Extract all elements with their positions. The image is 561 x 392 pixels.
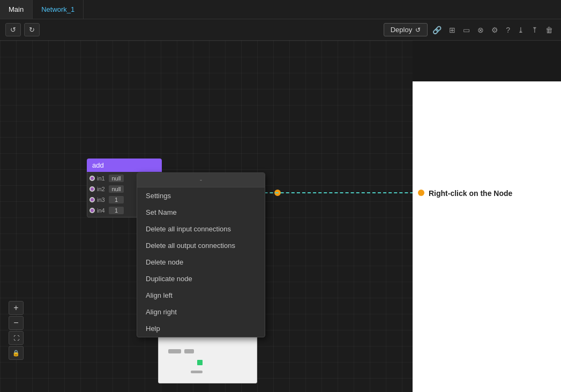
context-menu-header: -	[137, 173, 265, 187]
help-icon-btn[interactable]: ?	[503, 24, 513, 36]
annotation-text: Right-click on the Node	[429, 189, 512, 199]
zoom-lock-button[interactable]: 🔒	[9, 346, 24, 360]
ctx-item-set-name[interactable]: Set Name	[137, 204, 265, 221]
tab-main[interactable]: Main	[0, 0, 33, 19]
download-in-icon-btn[interactable]: ⤓	[515, 24, 527, 36]
close-icon-btn[interactable]: ⊗	[475, 24, 487, 36]
crop-icon-btn[interactable]: ▭	[460, 24, 473, 36]
ctx-item-settings[interactable]: Settings	[137, 187, 265, 204]
ctx-item-align-left[interactable]: Align left	[137, 287, 265, 304]
context-menu: - Settings Set Name Delete all input con…	[137, 172, 265, 337]
canvas[interactable]: add in1 null in2 null in3 1	[0, 41, 413, 392]
redo-button[interactable]: ↻	[24, 23, 40, 36]
toolbar: ↺ ↻ Deploy ↺ 🔗 ⊞ ▭ ⊗ ⚙ ? ⤓ ⤒ 🗑	[0, 19, 561, 41]
ctx-item-delete-input-connections[interactable]: Delete all input connections	[137, 221, 265, 237]
zoom-in-button[interactable]: +	[9, 301, 24, 315]
output-connector-dot	[274, 190, 281, 196]
port-dot-in4	[89, 208, 95, 213]
minimap-node-8	[168, 349, 181, 353]
toolbar-right: Deploy ↺ 🔗 ⊞ ▭ ⊗ ⚙ ? ⤓ ⤒ 🗑	[384, 23, 556, 36]
zoom-out-button[interactable]: −	[9, 316, 24, 330]
ctx-item-help[interactable]: Help	[137, 320, 265, 337]
annotation-content: Right-click on the Node	[418, 189, 512, 199]
minimap-node-10	[191, 371, 203, 373]
zoom-controls: + − ⛶ 🔒	[9, 301, 24, 360]
ctx-item-delete-node[interactable]: Delete node	[137, 254, 265, 270]
deploy-refresh-icon: ↺	[415, 26, 421, 34]
ctx-item-duplicate-node[interactable]: Duplicate node	[137, 270, 265, 287]
minimap-node-green	[197, 360, 203, 365]
minimap-node-9	[184, 349, 194, 353]
port-dot-in2	[89, 186, 95, 192]
link-icon-btn[interactable]: 🔗	[430, 24, 444, 36]
grid-icon-btn[interactable]: ⊞	[446, 24, 458, 36]
node-header: add	[87, 159, 162, 172]
port-dot-in1	[89, 176, 95, 181]
port-dot-in3	[89, 197, 95, 202]
tab-network1[interactable]: Network_1	[33, 0, 84, 19]
tab-bar: Main Network_1	[0, 0, 561, 19]
download-out-icon-btn[interactable]: ⤒	[529, 24, 541, 36]
ctx-item-align-right[interactable]: Align right	[137, 304, 265, 320]
toolbar-left: ↺ ↻	[5, 23, 40, 36]
settings-icon-btn[interactable]: ⚙	[489, 24, 501, 36]
delete-icon-btn[interactable]: 🗑	[543, 24, 556, 36]
zoom-fit-button[interactable]: ⛶	[9, 331, 24, 345]
ctx-item-delete-output-connections[interactable]: Delete all output connections	[137, 237, 265, 254]
annotation-dot	[418, 190, 424, 196]
annotation-area: Right-click on the Node	[413, 81, 561, 392]
undo-button[interactable]: ↺	[5, 23, 21, 36]
deploy-button[interactable]: Deploy ↺	[384, 23, 428, 36]
